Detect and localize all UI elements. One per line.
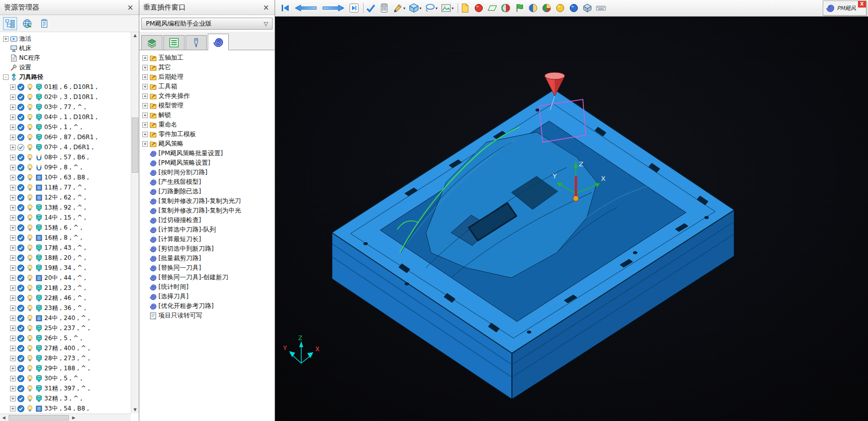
yellow-sphere-button[interactable] (555, 3, 565, 13)
toolbar-button[interactable] (363, 3, 364, 13)
plugin-tree-item[interactable]: + 五轴加工 (142, 53, 274, 63)
tree-item[interactable]: 设置 (3, 63, 130, 72)
new-document-button[interactable] (460, 3, 470, 13)
expander-icon[interactable]: + (10, 275, 16, 281)
expander-icon[interactable]: + (10, 84, 16, 90)
expander-icon[interactable]: + (10, 205, 16, 211)
steel-block-button[interactable] (582, 3, 592, 13)
toolpath-item[interactable]: + 19精 , 34 , ^ , (3, 263, 130, 273)
expander-icon[interactable]: + (10, 185, 16, 190)
tree-item[interactable]: 机床 (3, 44, 130, 53)
expander-icon[interactable]: + (10, 225, 16, 231)
expander-icon[interactable]: + (10, 245, 16, 251)
expander-icon[interactable]: + (10, 125, 16, 130)
plugin-tree-item[interactable]: [按时间分割刀路] (142, 168, 274, 177)
plugin-tree-item[interactable]: [PM飓风策略设置] (142, 158, 274, 168)
toolpath-item[interactable]: + 18精 , 20 , ^ , (3, 253, 130, 263)
expander-icon[interactable]: + (142, 65, 148, 70)
keyboard-button[interactable] (596, 3, 606, 13)
toolpath-item[interactable]: + 23精 , 36 , ^ , (3, 303, 130, 313)
toolpath-item[interactable]: + 06中 , 87 , D6R1 , (3, 132, 130, 142)
expander-icon[interactable]: + (3, 36, 9, 42)
green-flag-button[interactable] (514, 3, 525, 13)
expander-icon[interactable]: + (10, 366, 16, 371)
dropdown-arrow-icon[interactable]: ▾ (419, 6, 421, 11)
toolpath-item[interactable]: + 08中 , 57 , B6 , (3, 152, 130, 162)
horizontal-scrollbar[interactable]: ◀ ▶ (0, 413, 131, 421)
toolpath-item[interactable]: + 14中 , 15 , ^ , (3, 213, 130, 223)
toolpath-item[interactable]: + 02中 , 3 , D10R1 , (3, 92, 130, 102)
toolpath-item[interactable]: + 13精 , 92 , ^ , (3, 202, 130, 213)
toolpath-item[interactable]: + 05中 , 1 , ^ , (3, 122, 130, 132)
skip-to-start-button[interactable] (280, 3, 290, 13)
plugin-tree-item[interactable]: [剪切选中到新刀路] (142, 244, 274, 254)
toolpath-item[interactable]: + 33中 , 54 , B8 , (3, 403, 130, 413)
toolpath-item[interactable]: + 28中 , 273 , ^ , (3, 353, 130, 363)
plugin-tree-item[interactable]: [优化开粗参考刀路] (142, 301, 274, 311)
plugin-tree-item[interactable]: [PM飓风策略批量设置] (142, 149, 274, 158)
step-forward-button[interactable] (349, 3, 359, 13)
expander-icon[interactable]: + (10, 356, 16, 361)
toolpath-item[interactable]: + 10中 , 63 , B8 , (3, 172, 130, 182)
expander-icon[interactable]: + (10, 346, 16, 351)
scroll-up-icon[interactable]: ▲ (131, 32, 139, 39)
expander-icon[interactable]: + (10, 235, 16, 241)
toolpath-item[interactable]: + 20中 , 44 , ^ , (3, 273, 130, 283)
toolpath-item[interactable]: + 07中 , 4 , D6R1 , (3, 142, 130, 152)
toolpath-item[interactable]: + 29中 , 188 , ^ , (3, 363, 130, 373)
expander-icon[interactable]: + (10, 104, 16, 110)
expander-icon[interactable]: + (10, 265, 16, 271)
toolpath-item[interactable]: + 01粗 , 6 , D10R1 , (3, 82, 130, 92)
tab-hurricane[interactable] (208, 34, 229, 50)
pie-sphere-button[interactable] (542, 3, 552, 13)
world-button[interactable] (20, 17, 34, 30)
expander-icon[interactable]: + (10, 175, 16, 180)
expander-icon[interactable]: + (10, 326, 16, 331)
toolpath-item[interactable]: + 11精 , 77 , ^ , (3, 182, 130, 192)
vertical-scrollbar[interactable]: ▲ ▼ (131, 32, 139, 413)
previous-arrow-button[interactable] (294, 3, 318, 13)
toolpath-item[interactable]: + 09中 , 8 , ^ , (3, 162, 130, 172)
plugin-tree-item[interactable]: [批量裁剪刀路] (142, 254, 274, 263)
expander-icon[interactable]: + (142, 122, 148, 128)
expander-icon[interactable]: + (142, 74, 148, 80)
close-icon[interactable]: × (126, 3, 135, 12)
plugin-tree-item[interactable]: [计算选中刀路]-队列 (142, 225, 274, 235)
expander-icon[interactable]: + (142, 84, 148, 89)
tree-view-button[interactable] (3, 17, 17, 30)
toolpath-item[interactable]: + 24中 , 240 , ^ , (3, 313, 130, 323)
expander-icon[interactable]: + (10, 336, 16, 341)
expander-icon[interactable]: + (10, 315, 16, 321)
expander-icon[interactable]: + (10, 376, 16, 381)
expander-icon[interactable]: + (10, 396, 16, 401)
toolpath-item[interactable]: + 17精 , 43 , ^ , (3, 243, 130, 253)
plugin-tree-item[interactable]: + 飓风策略 (142, 139, 274, 149)
scroll-down-icon[interactable]: ▼ (131, 406, 139, 413)
dropdown-arrow-icon[interactable]: ▾ (436, 6, 438, 11)
plugin-tree-item[interactable]: + 重命名 (142, 120, 274, 130)
toolpath-item[interactable]: + 27精 , 400 , ^ , (3, 343, 130, 353)
expander-icon[interactable]: + (10, 255, 16, 261)
tab-tools[interactable] (186, 35, 207, 50)
toolpath-item[interactable]: + 03中 , 77 , ^ , (3, 102, 130, 112)
expander-icon[interactable]: + (142, 132, 148, 137)
plugin-tree-item[interactable]: + 后期处理 (142, 72, 274, 82)
plugin-tree-item[interactable]: [产生残留模型] (142, 177, 274, 187)
plugin-tree-item[interactable]: [计算最短刀长] (142, 235, 274, 244)
expander-icon[interactable]: + (142, 55, 148, 61)
expander-icon[interactable]: + (10, 285, 16, 291)
calculator-button[interactable] (379, 3, 389, 13)
plugin-tree-item[interactable]: + 其它 (142, 63, 274, 72)
toolpath-item[interactable]: + 04中 , 1 , D10R1 , (3, 112, 130, 122)
lasso-select-button[interactable]: ▾ (425, 3, 438, 13)
plugin-tree-item[interactable]: + 文件夹操作 (142, 91, 274, 101)
plugin-tree-item[interactable]: [统计时间] (142, 282, 274, 292)
plugin-tree-item[interactable]: [刀路删除已选] (142, 187, 274, 196)
expander-icon[interactable]: + (10, 386, 16, 391)
plugin-tree-item[interactable]: 项目只读转可写 (142, 311, 274, 321)
snapshot-button[interactable]: ▾ (441, 3, 454, 13)
scroll-right-icon[interactable]: ▶ (70, 415, 77, 420)
tree-item[interactable]: NC程序 (3, 53, 130, 63)
expander-icon[interactable]: + (142, 93, 148, 99)
expander-icon[interactable]: + (10, 135, 16, 140)
